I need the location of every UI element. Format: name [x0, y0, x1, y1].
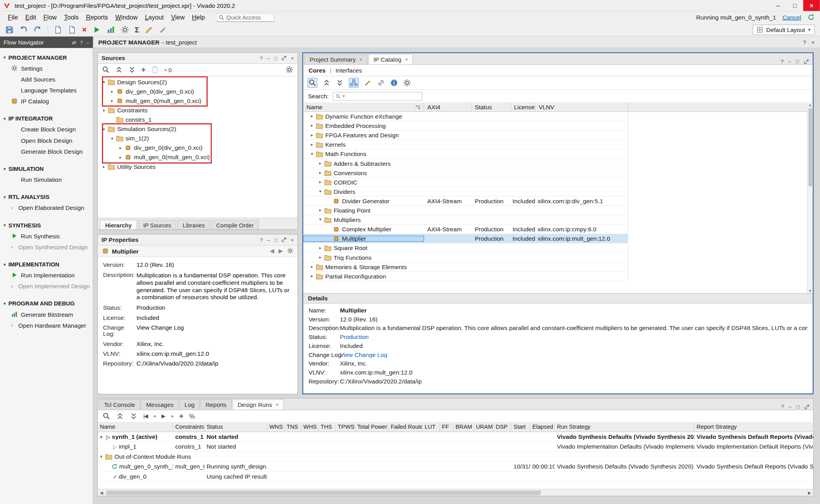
float-icon[interactable] [804, 59, 809, 64]
expand-all-icon[interactable] [130, 412, 137, 420]
column-whs[interactable]: WHS [301, 422, 318, 431]
flownav-item-language-templates[interactable]: Language Templates [0, 85, 93, 96]
search-icon[interactable] [102, 412, 110, 420]
column-failed-routes[interactable]: Failed Routes [389, 422, 422, 431]
chevron-right-icon[interactable]: › [11, 283, 15, 289]
chevron-right-icon[interactable]: › [11, 244, 15, 250]
tab-libraries[interactable]: Libraries [177, 220, 210, 229]
maximize-icon[interactable]: □ [274, 55, 277, 61]
column-constraints[interactable]: Constraints [173, 422, 204, 431]
flownav-item-open-elaborated-design[interactable]: › Open Elaborated Design [0, 202, 93, 213]
search-icon[interactable] [102, 66, 110, 74]
chevron-right-icon[interactable]: ▸ [117, 155, 124, 160]
chevron-down-icon[interactable]: ▾ [100, 108, 107, 113]
chevron-right-icon[interactable]: ▸ [308, 274, 315, 279]
maximize-icon[interactable]: □ [797, 404, 800, 410]
help-icon[interactable]: ? [260, 55, 263, 61]
catalog-row[interactable]: ▾Math Functions [303, 149, 628, 159]
chevron-right-icon[interactable]: ▸ [317, 161, 324, 165]
chevron-right-icon[interactable]: ▸ [317, 245, 324, 250]
scroll-right-icon[interactable]: ▶ [806, 490, 813, 495]
close-icon[interactable]: × [291, 55, 294, 61]
chevron-right-icon[interactable]: › [11, 205, 15, 211]
maximize-button[interactable]: □ [786, 0, 803, 11]
menu-layout[interactable]: Layout [141, 12, 168, 22]
column-tpws[interactable]: TPWS [336, 422, 355, 431]
run-icon[interactable] [93, 25, 101, 34]
chevron-right-icon[interactable]: › [11, 322, 15, 328]
expand-all-icon[interactable] [128, 66, 136, 74]
flownav-item-create-block-design[interactable]: Create Block Design [0, 124, 93, 135]
minimize-icon[interactable]: – [267, 237, 270, 243]
close-icon[interactable]: × [405, 57, 408, 62]
flownav-header-ip-integrator[interactable]: ▾ IP INTEGRATOR [0, 114, 93, 124]
tab-compile-order[interactable]: Compile Order [211, 220, 259, 229]
add-sources-icon[interactable]: + [141, 67, 146, 73]
flownav-item-run-simulation[interactable]: Run Simulation [0, 174, 93, 185]
flownav-header-implementation[interactable]: ▾ IMPLEMENTATION [0, 259, 93, 270]
layout-selector[interactable]: Default Layout ▾ [753, 24, 815, 35]
maximize-icon[interactable]: □ [796, 59, 799, 64]
menu-reports[interactable]: Reports [82, 12, 112, 22]
help-icon[interactable]: ? [781, 404, 784, 410]
column-dsp[interactable]: DSP [494, 422, 512, 431]
catalog-row[interactable]: ▸Adders & Subtracters [303, 159, 628, 168]
column-start[interactable]: Start [512, 422, 530, 431]
flownav-item-generate-block-design[interactable]: Generate Block Design [0, 146, 93, 157]
maximize-icon[interactable]: □ [274, 237, 277, 243]
change-log-link[interactable]: View Change Log [340, 351, 387, 358]
subtab-cores[interactable]: Cores [308, 67, 326, 73]
minimize-icon[interactable]: – [267, 55, 270, 61]
catalog-row[interactable]: ▸Trig Functions [303, 253, 628, 262]
minimize-icon[interactable]: – [87, 39, 89, 45]
previous-run-icon[interactable]: « [153, 413, 156, 419]
flownav-item-settings[interactable]: Settings [0, 63, 93, 74]
tree-row-utility-sources[interactable]: ▸ Utility Sources [98, 162, 298, 171]
column-name[interactable]: Name [98, 422, 173, 431]
menu-flow[interactable]: Flow [40, 12, 61, 22]
flownav-item-ip-catalog[interactable]: IP Catalog [0, 96, 93, 106]
chevron-right-icon[interactable]: ▸ [100, 164, 107, 169]
close-icon[interactable]: × [811, 39, 815, 45]
column-total-power[interactable]: Total Power [355, 422, 389, 431]
catalog-search-box[interactable]: ▾ [332, 92, 422, 101]
catalog-row[interactable]: ▸Square Root [303, 243, 628, 253]
undo-icon[interactable] [20, 25, 28, 34]
column-status[interactable]: Status [205, 422, 267, 431]
flownav-header-simulation[interactable]: ▾ SIMULATION [0, 163, 93, 174]
help-icon[interactable]: ? [781, 59, 783, 64]
chevron-right-icon[interactable]: ▸ [109, 89, 116, 94]
catalog-row[interactable]: ▾Multipliers [303, 215, 628, 225]
column-ths[interactable]: THS [319, 422, 336, 431]
quick-access-box[interactable] [216, 13, 275, 22]
run-row-mult-gen-0-synth-1[interactable]: mult_gen_0_synth_1 mult_gen_0 Running sy… [98, 462, 813, 472]
column-name[interactable]: Name ^1 [303, 102, 424, 111]
tab-hierarchy[interactable]: Hierarchy [100, 220, 137, 229]
scrollbar-thumb[interactable] [106, 490, 541, 495]
hierarchy-view-icon[interactable] [350, 79, 358, 87]
tree-row-constraints[interactable]: ▾ Constraints [98, 106, 298, 115]
flownav-header-project-manager[interactable]: ▾ PROJECT MANAGER [0, 52, 93, 63]
column-elapsed[interactable]: Elapsed [530, 422, 555, 431]
change-log-link[interactable]: View Change Log [137, 325, 184, 337]
catalog-search-input[interactable] [347, 93, 419, 99]
link-icon[interactable] [377, 79, 385, 87]
column-lut[interactable]: LUT [422, 422, 440, 431]
flownav-item-open-synthesized-design[interactable]: › Open Synthesized Design [0, 241, 93, 252]
float-icon[interactable] [804, 404, 809, 409]
minimize-icon[interactable]: – [788, 59, 791, 64]
flownav-header-program-and-debug[interactable]: ▾ PROGRAM AND DEBUG [0, 298, 93, 309]
status-link[interactable]: Production [137, 305, 166, 311]
report-icon[interactable] [68, 25, 76, 34]
close-icon[interactable]: × [276, 402, 279, 408]
status-link[interactable]: Production [340, 334, 369, 340]
menu-edit[interactable]: Edit [21, 12, 39, 22]
chevron-right-icon[interactable]: ▸ [308, 133, 315, 137]
search-icon[interactable] [308, 79, 316, 87]
cancel-link[interactable]: Cancel [783, 14, 801, 20]
tree-row-constrs-1[interactable]: constrs_1 [98, 115, 298, 124]
scroll-down-icon[interactable]: ▾ [809, 288, 811, 293]
column-run-strategy[interactable]: Run Strategy [555, 422, 695, 431]
run-steps-icon[interactable] [107, 25, 115, 34]
gear-icon[interactable] [403, 79, 411, 87]
